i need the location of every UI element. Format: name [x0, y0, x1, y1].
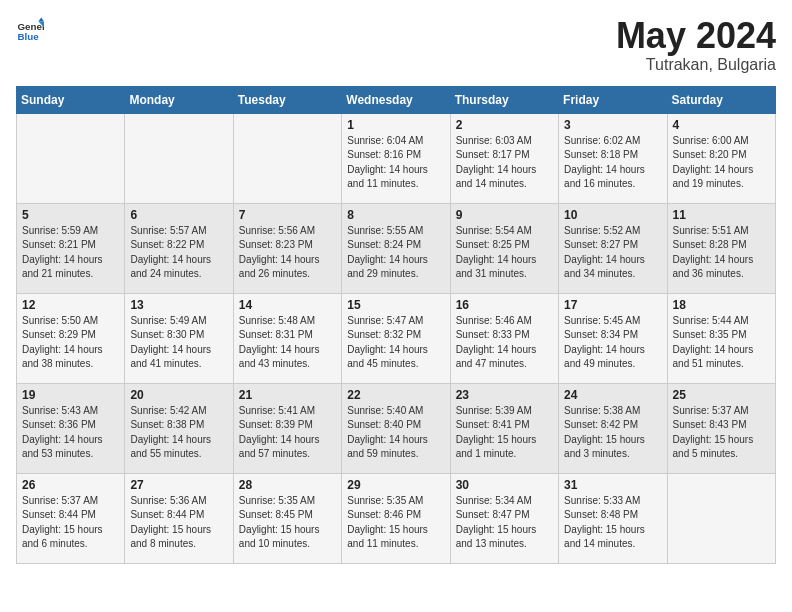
calendar-cell: 2Sunrise: 6:03 AM Sunset: 8:17 PM Daylig… [450, 113, 558, 203]
day-number: 12 [22, 298, 119, 312]
day-number: 24 [564, 388, 661, 402]
day-info: Sunrise: 5:45 AM Sunset: 8:34 PM Dayligh… [564, 314, 661, 372]
calendar-cell [17, 113, 125, 203]
month-title: May 2024 [616, 16, 776, 56]
day-number: 1 [347, 118, 444, 132]
day-info: Sunrise: 5:36 AM Sunset: 8:44 PM Dayligh… [130, 494, 227, 552]
day-number: 10 [564, 208, 661, 222]
calendar-cell [125, 113, 233, 203]
day-number: 30 [456, 478, 553, 492]
page-header: General Blue May 2024 Tutrakan, Bulgaria [16, 16, 776, 74]
day-number: 17 [564, 298, 661, 312]
day-number: 22 [347, 388, 444, 402]
calendar-week-5: 26Sunrise: 5:37 AM Sunset: 8:44 PM Dayli… [17, 473, 776, 563]
calendar-cell [667, 473, 775, 563]
day-info: Sunrise: 6:02 AM Sunset: 8:18 PM Dayligh… [564, 134, 661, 192]
day-number: 7 [239, 208, 336, 222]
day-number: 6 [130, 208, 227, 222]
day-number: 27 [130, 478, 227, 492]
day-info: Sunrise: 5:57 AM Sunset: 8:22 PM Dayligh… [130, 224, 227, 282]
day-info: Sunrise: 5:42 AM Sunset: 8:38 PM Dayligh… [130, 404, 227, 462]
col-sunday: Sunday [17, 86, 125, 113]
day-number: 14 [239, 298, 336, 312]
day-info: Sunrise: 5:37 AM Sunset: 8:43 PM Dayligh… [673, 404, 770, 462]
day-info: Sunrise: 5:51 AM Sunset: 8:28 PM Dayligh… [673, 224, 770, 282]
day-number: 21 [239, 388, 336, 402]
calendar-cell: 27Sunrise: 5:36 AM Sunset: 8:44 PM Dayli… [125, 473, 233, 563]
calendar-cell: 5Sunrise: 5:59 AM Sunset: 8:21 PM Daylig… [17, 203, 125, 293]
logo: General Blue [16, 16, 44, 44]
day-number: 3 [564, 118, 661, 132]
day-number: 2 [456, 118, 553, 132]
calendar-cell: 23Sunrise: 5:39 AM Sunset: 8:41 PM Dayli… [450, 383, 558, 473]
calendar-cell: 3Sunrise: 6:02 AM Sunset: 8:18 PM Daylig… [559, 113, 667, 203]
calendar-cell: 24Sunrise: 5:38 AM Sunset: 8:42 PM Dayli… [559, 383, 667, 473]
col-friday: Friday [559, 86, 667, 113]
day-info: Sunrise: 5:43 AM Sunset: 8:36 PM Dayligh… [22, 404, 119, 462]
col-monday: Monday [125, 86, 233, 113]
day-number: 19 [22, 388, 119, 402]
day-info: Sunrise: 5:46 AM Sunset: 8:33 PM Dayligh… [456, 314, 553, 372]
calendar-cell: 7Sunrise: 5:56 AM Sunset: 8:23 PM Daylig… [233, 203, 341, 293]
calendar-cell: 31Sunrise: 5:33 AM Sunset: 8:48 PM Dayli… [559, 473, 667, 563]
day-number: 11 [673, 208, 770, 222]
day-number: 31 [564, 478, 661, 492]
calendar-cell: 28Sunrise: 5:35 AM Sunset: 8:45 PM Dayli… [233, 473, 341, 563]
svg-text:Blue: Blue [17, 31, 39, 42]
svg-marker-2 [38, 17, 44, 21]
day-number: 13 [130, 298, 227, 312]
calendar-cell: 26Sunrise: 5:37 AM Sunset: 8:44 PM Dayli… [17, 473, 125, 563]
calendar-cell [233, 113, 341, 203]
day-info: Sunrise: 5:52 AM Sunset: 8:27 PM Dayligh… [564, 224, 661, 282]
day-info: Sunrise: 5:37 AM Sunset: 8:44 PM Dayligh… [22, 494, 119, 552]
calendar-cell: 17Sunrise: 5:45 AM Sunset: 8:34 PM Dayli… [559, 293, 667, 383]
day-info: Sunrise: 6:04 AM Sunset: 8:16 PM Dayligh… [347, 134, 444, 192]
day-info: Sunrise: 5:47 AM Sunset: 8:32 PM Dayligh… [347, 314, 444, 372]
day-number: 26 [22, 478, 119, 492]
calendar-cell: 14Sunrise: 5:48 AM Sunset: 8:31 PM Dayli… [233, 293, 341, 383]
day-number: 29 [347, 478, 444, 492]
calendar-cell: 16Sunrise: 5:46 AM Sunset: 8:33 PM Dayli… [450, 293, 558, 383]
calendar-cell: 19Sunrise: 5:43 AM Sunset: 8:36 PM Dayli… [17, 383, 125, 473]
calendar-cell: 22Sunrise: 5:40 AM Sunset: 8:40 PM Dayli… [342, 383, 450, 473]
calendar-week-3: 12Sunrise: 5:50 AM Sunset: 8:29 PM Dayli… [17, 293, 776, 383]
calendar-week-1: 1Sunrise: 6:04 AM Sunset: 8:16 PM Daylig… [17, 113, 776, 203]
calendar-cell: 12Sunrise: 5:50 AM Sunset: 8:29 PM Dayli… [17, 293, 125, 383]
day-number: 5 [22, 208, 119, 222]
day-info: Sunrise: 5:33 AM Sunset: 8:48 PM Dayligh… [564, 494, 661, 552]
col-wednesday: Wednesday [342, 86, 450, 113]
day-number: 18 [673, 298, 770, 312]
title-block: May 2024 Tutrakan, Bulgaria [616, 16, 776, 74]
day-info: Sunrise: 5:55 AM Sunset: 8:24 PM Dayligh… [347, 224, 444, 282]
calendar-cell: 6Sunrise: 5:57 AM Sunset: 8:22 PM Daylig… [125, 203, 233, 293]
calendar-cell: 4Sunrise: 6:00 AM Sunset: 8:20 PM Daylig… [667, 113, 775, 203]
day-info: Sunrise: 5:41 AM Sunset: 8:39 PM Dayligh… [239, 404, 336, 462]
calendar-cell: 25Sunrise: 5:37 AM Sunset: 8:43 PM Dayli… [667, 383, 775, 473]
day-info: Sunrise: 5:39 AM Sunset: 8:41 PM Dayligh… [456, 404, 553, 462]
day-info: Sunrise: 5:35 AM Sunset: 8:46 PM Dayligh… [347, 494, 444, 552]
day-info: Sunrise: 5:50 AM Sunset: 8:29 PM Dayligh… [22, 314, 119, 372]
calendar-cell: 10Sunrise: 5:52 AM Sunset: 8:27 PM Dayli… [559, 203, 667, 293]
calendar-cell: 30Sunrise: 5:34 AM Sunset: 8:47 PM Dayli… [450, 473, 558, 563]
day-number: 4 [673, 118, 770, 132]
day-info: Sunrise: 5:34 AM Sunset: 8:47 PM Dayligh… [456, 494, 553, 552]
day-info: Sunrise: 5:44 AM Sunset: 8:35 PM Dayligh… [673, 314, 770, 372]
day-info: Sunrise: 5:59 AM Sunset: 8:21 PM Dayligh… [22, 224, 119, 282]
calendar-cell: 20Sunrise: 5:42 AM Sunset: 8:38 PM Dayli… [125, 383, 233, 473]
day-info: Sunrise: 5:49 AM Sunset: 8:30 PM Dayligh… [130, 314, 227, 372]
day-info: Sunrise: 5:40 AM Sunset: 8:40 PM Dayligh… [347, 404, 444, 462]
day-number: 8 [347, 208, 444, 222]
calendar-cell: 9Sunrise: 5:54 AM Sunset: 8:25 PM Daylig… [450, 203, 558, 293]
day-info: Sunrise: 6:03 AM Sunset: 8:17 PM Dayligh… [456, 134, 553, 192]
day-number: 28 [239, 478, 336, 492]
day-number: 15 [347, 298, 444, 312]
calendar-cell: 29Sunrise: 5:35 AM Sunset: 8:46 PM Dayli… [342, 473, 450, 563]
calendar-cell: 15Sunrise: 5:47 AM Sunset: 8:32 PM Dayli… [342, 293, 450, 383]
header-row: Sunday Monday Tuesday Wednesday Thursday… [17, 86, 776, 113]
location-title: Tutrakan, Bulgaria [616, 56, 776, 74]
day-info: Sunrise: 5:35 AM Sunset: 8:45 PM Dayligh… [239, 494, 336, 552]
calendar-cell: 13Sunrise: 5:49 AM Sunset: 8:30 PM Dayli… [125, 293, 233, 383]
day-info: Sunrise: 5:48 AM Sunset: 8:31 PM Dayligh… [239, 314, 336, 372]
calendar-cell: 11Sunrise: 5:51 AM Sunset: 8:28 PM Dayli… [667, 203, 775, 293]
col-thursday: Thursday [450, 86, 558, 113]
